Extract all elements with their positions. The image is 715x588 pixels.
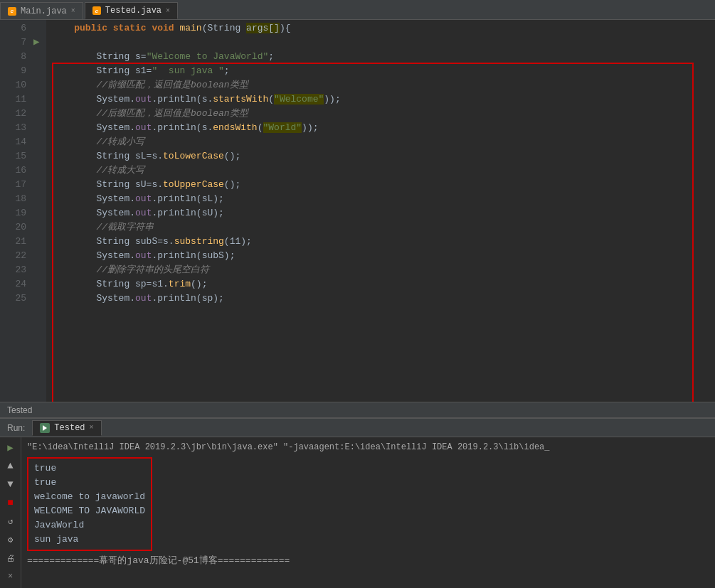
tab-bar: c Main.java × c Tested.java × — [0, 0, 715, 20]
tab-main-label: Main.java — [21, 6, 67, 16]
ln-25: 25 — [0, 292, 26, 306]
separator-line: =============幕哥的java历险记-@51博客===========… — [27, 554, 709, 568]
tested-tab-strip: Tested — [0, 402, 715, 417]
run-body: ▶ ▲ ▼ ■ ↺ ⚙ 🖨 × "E:\idea\IntelliJ IDEA 2… — [0, 437, 715, 588]
output-box: true true welcome to javaworld WELCOME T… — [27, 457, 152, 551]
run-print-button[interactable]: 🖨 — [4, 551, 18, 565]
run-close-button[interactable]: × — [4, 570, 18, 584]
output-line-3: welcome to javaworld — [34, 490, 145, 504]
run-play-button[interactable]: ▶ — [4, 440, 18, 454]
ln-24: 24 — [0, 277, 26, 292]
run-tab-label: Tested — [54, 423, 85, 433]
tab-tested-label: Tested.java — [105, 6, 161, 16]
run-panel: Run: Tested × ▶ ▲ ▼ ■ ↺ ⚙ 🖨 × "E:\idea\I… — [0, 417, 715, 588]
editor-area: 6 7 8 9 10 11 12 13 14 15 16 17 18 19 20… — [0, 20, 715, 402]
ln-12: 12 — [0, 107, 26, 121]
ln-10: 10 — [0, 78, 26, 92]
tab-icon-tested: c — [92, 6, 101, 15]
ln-14: 14 — [0, 135, 26, 149]
ln-21: 21 — [0, 235, 26, 249]
output-line-5: JavaWorld — [34, 518, 145, 533]
ln-18: 18 — [0, 192, 26, 206]
tab-icon-main: c — [8, 7, 16, 16]
run-tab-close[interactable]: × — [90, 424, 94, 432]
run-sidebar: ▶ ▲ ▼ ■ ↺ ⚙ 🖨 × — [0, 437, 21, 588]
ln-6: 6 — [0, 21, 26, 36]
ln-16: 16 — [0, 164, 26, 178]
run-settings-button[interactable]: ⚙ — [4, 533, 18, 547]
ln-15: 15 — [0, 149, 26, 164]
run-up-button[interactable]: ▲ — [4, 459, 18, 473]
tab-tested[interactable]: c Tested.java × — [85, 2, 178, 19]
run-cmd-line: "E:\idea\IntelliJ IDEA 2019.2.3\jbr\bin\… — [27, 440, 709, 454]
tested-tab-strip-label: Tested — [0, 404, 39, 417]
output-line-1: true — [34, 461, 145, 476]
run-rerun-button[interactable]: ↺ — [4, 514, 18, 528]
ln-20: 20 — [0, 220, 26, 235]
output-line-6: sun java — [34, 533, 145, 547]
run-tab[interactable]: Tested × — [32, 420, 101, 436]
ln-22: 22 — [0, 249, 26, 263]
ln-23: 23 — [0, 263, 26, 277]
ln-13: 13 — [0, 121, 26, 135]
tab-main-close[interactable]: × — [71, 7, 75, 15]
ln-11: 11 — [0, 92, 26, 107]
ln-17: 17 — [0, 178, 26, 192]
run-down-button[interactable]: ▼ — [4, 477, 18, 491]
code-pre: public static void main(String args[]){ … — [52, 21, 715, 306]
run-stop-button[interactable]: ■ — [4, 496, 18, 510]
run-header: Run: Tested × — [0, 419, 715, 437]
ln-8: 8 — [0, 50, 26, 64]
output-line-2: true — [34, 476, 145, 490]
run-output[interactable]: "E:\idea\IntelliJ IDEA 2019.2.3\jbr\bin\… — [21, 437, 715, 588]
code-content[interactable]: public static void main(String args[]){ … — [46, 20, 715, 402]
run-arrow-icon[interactable]: ▶ — [33, 36, 39, 48]
run-tab-icon — [40, 423, 50, 433]
ln-7: 7 — [0, 36, 26, 50]
tab-main[interactable]: c Main.java × — [0, 2, 83, 19]
gutter: ▶ — [32, 20, 46, 402]
ln-9: 9 — [0, 64, 26, 78]
output-box-inner: true true welcome to javaworld WELCOME T… — [27, 457, 152, 551]
run-label: Run: — [0, 423, 32, 433]
output-line-4: WELCOME TO JAVAWORLD — [34, 504, 145, 518]
ln-19: 19 — [0, 206, 26, 220]
tab-tested-close[interactable]: × — [166, 7, 170, 15]
line-numbers: 6 7 8 9 10 11 12 13 14 15 16 17 18 19 20… — [0, 20, 32, 402]
